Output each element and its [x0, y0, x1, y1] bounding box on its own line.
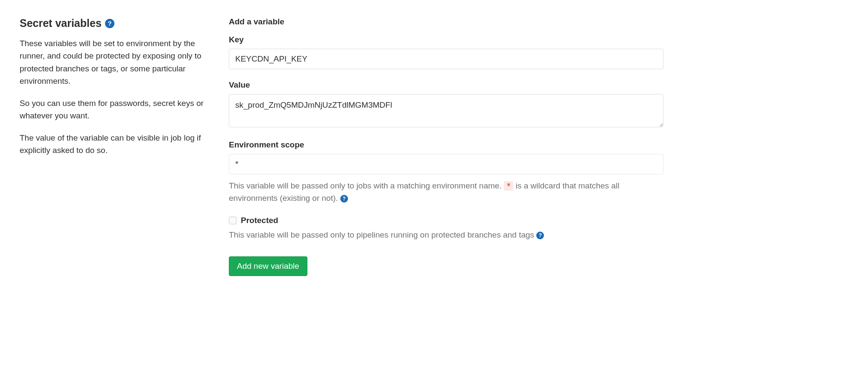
- protected-help-text: This variable will be passed only to pip…: [229, 230, 536, 239]
- question-circle-icon[interactable]: ?: [105, 19, 114, 28]
- protected-checkbox[interactable]: [229, 217, 237, 224]
- question-circle-icon[interactable]: ?: [536, 232, 544, 239]
- description-para-2: So you can use them for passwords, secre…: [20, 97, 216, 122]
- question-circle-icon[interactable]: ?: [340, 195, 348, 203]
- value-label: Value: [229, 80, 663, 90]
- section-title: Secret variables ?: [20, 17, 216, 29]
- protected-label: Protected: [241, 216, 278, 225]
- form-title: Add a variable: [229, 17, 663, 26]
- description-para-3: The value of the variable can be visible…: [20, 132, 216, 157]
- wildcard-code: *: [504, 181, 513, 191]
- key-label: Key: [229, 35, 663, 44]
- env-help-text-pre: This variable will be passed only to job…: [229, 181, 504, 190]
- key-input[interactable]: [229, 49, 663, 69]
- environment-scope-label: Environment scope: [229, 140, 663, 150]
- value-input[interactable]: [229, 94, 663, 127]
- add-variable-button[interactable]: Add new variable: [229, 256, 307, 276]
- environment-scope-input[interactable]: [229, 154, 663, 174]
- environment-scope-help: This variable will be passed only to job…: [229, 179, 663, 205]
- section-title-text: Secret variables: [20, 17, 102, 29]
- description-para-1: These variables will be set to environme…: [20, 37, 216, 88]
- protected-help: This variable will be passed only to pip…: [229, 229, 663, 241]
